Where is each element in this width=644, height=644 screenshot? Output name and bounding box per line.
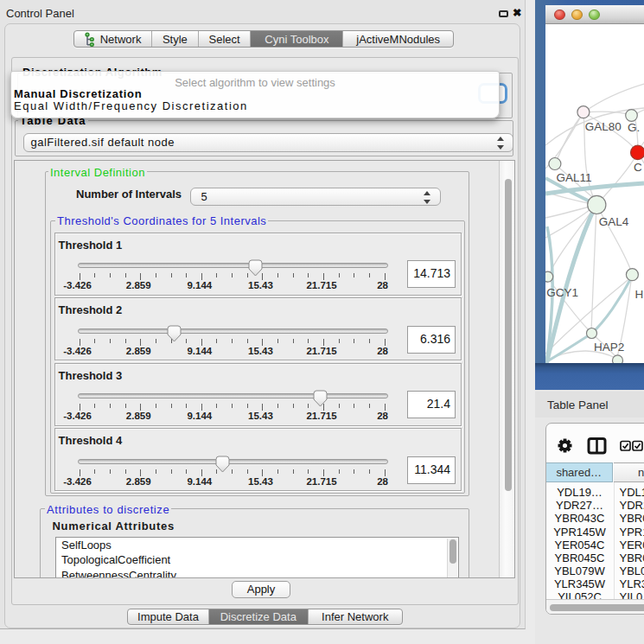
svg-text:G.: G. xyxy=(628,121,640,134)
svg-text:H: H xyxy=(635,288,644,301)
svg-text:GAL4: GAL4 xyxy=(599,215,629,228)
svg-text:HAP2: HAP2 xyxy=(594,341,624,354)
svg-text:GCY1: GCY1 xyxy=(546,286,578,299)
svg-text:GAL80: GAL80 xyxy=(585,120,622,133)
svg-text:GAL11: GAL11 xyxy=(556,171,591,184)
svg-text:C: C xyxy=(634,161,642,174)
